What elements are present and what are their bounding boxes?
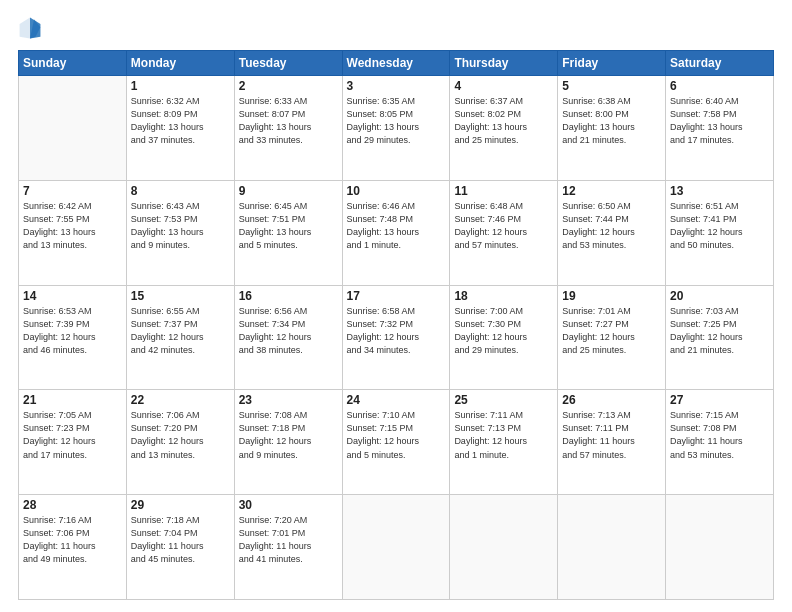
day-info: Sunrise: 6:38 AM Sunset: 8:00 PM Dayligh… <box>562 95 661 147</box>
day-info: Sunrise: 7:06 AM Sunset: 7:20 PM Dayligh… <box>131 409 230 461</box>
day-number: 23 <box>239 393 338 407</box>
calendar-cell: 28Sunrise: 7:16 AM Sunset: 7:06 PM Dayli… <box>19 495 127 600</box>
day-info: Sunrise: 7:03 AM Sunset: 7:25 PM Dayligh… <box>670 305 769 357</box>
day-number: 20 <box>670 289 769 303</box>
calendar-cell: 3Sunrise: 6:35 AM Sunset: 8:05 PM Daylig… <box>342 76 450 181</box>
calendar-cell: 5Sunrise: 6:38 AM Sunset: 8:00 PM Daylig… <box>558 76 666 181</box>
day-number: 8 <box>131 184 230 198</box>
day-info: Sunrise: 6:35 AM Sunset: 8:05 PM Dayligh… <box>347 95 446 147</box>
day-number: 15 <box>131 289 230 303</box>
day-number: 24 <box>347 393 446 407</box>
calendar-cell: 7Sunrise: 6:42 AM Sunset: 7:55 PM Daylig… <box>19 180 127 285</box>
logo <box>18 16 46 40</box>
calendar-cell: 4Sunrise: 6:37 AM Sunset: 8:02 PM Daylig… <box>450 76 558 181</box>
calendar-cell: 18Sunrise: 7:00 AM Sunset: 7:30 PM Dayli… <box>450 285 558 390</box>
day-info: Sunrise: 7:20 AM Sunset: 7:01 PM Dayligh… <box>239 514 338 566</box>
calendar-cell <box>558 495 666 600</box>
calendar-cell <box>342 495 450 600</box>
calendar-cell: 23Sunrise: 7:08 AM Sunset: 7:18 PM Dayli… <box>234 390 342 495</box>
calendar-cell: 30Sunrise: 7:20 AM Sunset: 7:01 PM Dayli… <box>234 495 342 600</box>
day-info: Sunrise: 7:18 AM Sunset: 7:04 PM Dayligh… <box>131 514 230 566</box>
day-info: Sunrise: 6:33 AM Sunset: 8:07 PM Dayligh… <box>239 95 338 147</box>
calendar-cell <box>450 495 558 600</box>
calendar-week-1: 7Sunrise: 6:42 AM Sunset: 7:55 PM Daylig… <box>19 180 774 285</box>
calendar-cell: 13Sunrise: 6:51 AM Sunset: 7:41 PM Dayli… <box>666 180 774 285</box>
day-info: Sunrise: 6:45 AM Sunset: 7:51 PM Dayligh… <box>239 200 338 252</box>
calendar-cell: 12Sunrise: 6:50 AM Sunset: 7:44 PM Dayli… <box>558 180 666 285</box>
calendar-cell: 20Sunrise: 7:03 AM Sunset: 7:25 PM Dayli… <box>666 285 774 390</box>
calendar-cell: 11Sunrise: 6:48 AM Sunset: 7:46 PM Dayli… <box>450 180 558 285</box>
day-number: 2 <box>239 79 338 93</box>
day-number: 30 <box>239 498 338 512</box>
day-info: Sunrise: 6:43 AM Sunset: 7:53 PM Dayligh… <box>131 200 230 252</box>
calendar-cell: 27Sunrise: 7:15 AM Sunset: 7:08 PM Dayli… <box>666 390 774 495</box>
day-info: Sunrise: 7:16 AM Sunset: 7:06 PM Dayligh… <box>23 514 122 566</box>
calendar-table: SundayMondayTuesdayWednesdayThursdayFrid… <box>18 50 774 600</box>
calendar-cell: 21Sunrise: 7:05 AM Sunset: 7:23 PM Dayli… <box>19 390 127 495</box>
day-number: 6 <box>670 79 769 93</box>
day-info: Sunrise: 6:48 AM Sunset: 7:46 PM Dayligh… <box>454 200 553 252</box>
calendar-cell: 22Sunrise: 7:06 AM Sunset: 7:20 PM Dayli… <box>126 390 234 495</box>
day-info: Sunrise: 6:46 AM Sunset: 7:48 PM Dayligh… <box>347 200 446 252</box>
weekday-header-saturday: Saturday <box>666 51 774 76</box>
day-info: Sunrise: 7:15 AM Sunset: 7:08 PM Dayligh… <box>670 409 769 461</box>
day-info: Sunrise: 6:32 AM Sunset: 8:09 PM Dayligh… <box>131 95 230 147</box>
day-info: Sunrise: 6:58 AM Sunset: 7:32 PM Dayligh… <box>347 305 446 357</box>
day-number: 28 <box>23 498 122 512</box>
calendar-cell: 25Sunrise: 7:11 AM Sunset: 7:13 PM Dayli… <box>450 390 558 495</box>
day-info: Sunrise: 6:53 AM Sunset: 7:39 PM Dayligh… <box>23 305 122 357</box>
weekday-header-tuesday: Tuesday <box>234 51 342 76</box>
calendar-week-0: 1Sunrise: 6:32 AM Sunset: 8:09 PM Daylig… <box>19 76 774 181</box>
calendar-cell: 9Sunrise: 6:45 AM Sunset: 7:51 PM Daylig… <box>234 180 342 285</box>
calendar-week-2: 14Sunrise: 6:53 AM Sunset: 7:39 PM Dayli… <box>19 285 774 390</box>
weekday-header-row: SundayMondayTuesdayWednesdayThursdayFrid… <box>19 51 774 76</box>
weekday-header-friday: Friday <box>558 51 666 76</box>
calendar-cell: 2Sunrise: 6:33 AM Sunset: 8:07 PM Daylig… <box>234 76 342 181</box>
day-number: 5 <box>562 79 661 93</box>
day-info: Sunrise: 7:00 AM Sunset: 7:30 PM Dayligh… <box>454 305 553 357</box>
calendar-cell: 8Sunrise: 6:43 AM Sunset: 7:53 PM Daylig… <box>126 180 234 285</box>
day-number: 7 <box>23 184 122 198</box>
day-number: 27 <box>670 393 769 407</box>
day-info: Sunrise: 6:56 AM Sunset: 7:34 PM Dayligh… <box>239 305 338 357</box>
day-info: Sunrise: 6:55 AM Sunset: 7:37 PM Dayligh… <box>131 305 230 357</box>
day-info: Sunrise: 6:40 AM Sunset: 7:58 PM Dayligh… <box>670 95 769 147</box>
day-number: 16 <box>239 289 338 303</box>
logo-icon <box>18 16 42 40</box>
day-number: 18 <box>454 289 553 303</box>
day-number: 19 <box>562 289 661 303</box>
day-number: 12 <box>562 184 661 198</box>
calendar-cell: 26Sunrise: 7:13 AM Sunset: 7:11 PM Dayli… <box>558 390 666 495</box>
calendar-cell: 15Sunrise: 6:55 AM Sunset: 7:37 PM Dayli… <box>126 285 234 390</box>
day-info: Sunrise: 7:05 AM Sunset: 7:23 PM Dayligh… <box>23 409 122 461</box>
day-number: 13 <box>670 184 769 198</box>
day-info: Sunrise: 7:01 AM Sunset: 7:27 PM Dayligh… <box>562 305 661 357</box>
day-number: 14 <box>23 289 122 303</box>
day-info: Sunrise: 6:42 AM Sunset: 7:55 PM Dayligh… <box>23 200 122 252</box>
day-info: Sunrise: 6:37 AM Sunset: 8:02 PM Dayligh… <box>454 95 553 147</box>
day-number: 10 <box>347 184 446 198</box>
weekday-header-wednesday: Wednesday <box>342 51 450 76</box>
calendar-cell: 19Sunrise: 7:01 AM Sunset: 7:27 PM Dayli… <box>558 285 666 390</box>
day-info: Sunrise: 7:10 AM Sunset: 7:15 PM Dayligh… <box>347 409 446 461</box>
day-info: Sunrise: 7:08 AM Sunset: 7:18 PM Dayligh… <box>239 409 338 461</box>
day-number: 29 <box>131 498 230 512</box>
day-number: 22 <box>131 393 230 407</box>
day-number: 21 <box>23 393 122 407</box>
day-number: 3 <box>347 79 446 93</box>
calendar-cell: 24Sunrise: 7:10 AM Sunset: 7:15 PM Dayli… <box>342 390 450 495</box>
day-number: 11 <box>454 184 553 198</box>
calendar-week-3: 21Sunrise: 7:05 AM Sunset: 7:23 PM Dayli… <box>19 390 774 495</box>
day-number: 4 <box>454 79 553 93</box>
day-info: Sunrise: 7:13 AM Sunset: 7:11 PM Dayligh… <box>562 409 661 461</box>
calendar-cell: 16Sunrise: 6:56 AM Sunset: 7:34 PM Dayli… <box>234 285 342 390</box>
day-info: Sunrise: 6:51 AM Sunset: 7:41 PM Dayligh… <box>670 200 769 252</box>
calendar-cell: 10Sunrise: 6:46 AM Sunset: 7:48 PM Dayli… <box>342 180 450 285</box>
day-number: 17 <box>347 289 446 303</box>
calendar-cell: 17Sunrise: 6:58 AM Sunset: 7:32 PM Dayli… <box>342 285 450 390</box>
day-number: 1 <box>131 79 230 93</box>
calendar-cell: 29Sunrise: 7:18 AM Sunset: 7:04 PM Dayli… <box>126 495 234 600</box>
weekday-header-thursday: Thursday <box>450 51 558 76</box>
weekday-header-sunday: Sunday <box>19 51 127 76</box>
calendar-cell: 14Sunrise: 6:53 AM Sunset: 7:39 PM Dayli… <box>19 285 127 390</box>
